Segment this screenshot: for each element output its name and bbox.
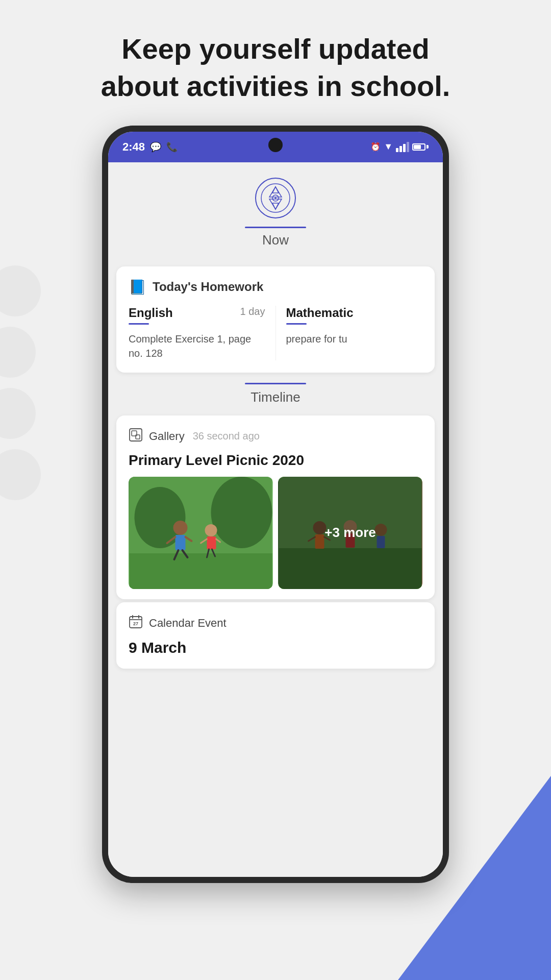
svg-point-20 bbox=[205, 524, 217, 536]
bg-circle-4 bbox=[0, 449, 41, 500]
svg-point-12 bbox=[211, 477, 272, 548]
now-tab-underline bbox=[245, 227, 306, 228]
more-overlay[interactable]: +3 more bbox=[278, 477, 422, 589]
homework-card[interactable]: 📘 Today's Homework English 1 day Complet… bbox=[116, 266, 435, 373]
subject-desc-math: prepare for tu bbox=[286, 332, 423, 346]
bg-circle-1 bbox=[0, 265, 41, 316]
message-icon: 💬 bbox=[150, 141, 161, 153]
wifi-icon: ▼ bbox=[384, 141, 393, 152]
status-left: 2:48 💬 📞 bbox=[122, 140, 178, 154]
status-right-icons: ⏰ ▼ bbox=[370, 141, 429, 152]
gallery-icon bbox=[129, 428, 143, 445]
gallery-title: Primary Level Picnic 2020 bbox=[129, 452, 422, 469]
subject-days-english: 1 day bbox=[240, 306, 265, 317]
gallery-image-2[interactable]: +3 more bbox=[278, 477, 422, 589]
subject-underline-math bbox=[286, 323, 307, 325]
alarm-icon: ⏰ bbox=[370, 142, 381, 152]
svg-point-6 bbox=[275, 197, 277, 199]
homework-card-header: 📘 Today's Homework bbox=[129, 279, 422, 296]
calendar-date: 9 March bbox=[129, 639, 422, 656]
camera-notch bbox=[268, 138, 283, 152]
bg-circle-2 bbox=[0, 327, 36, 378]
homework-icon: 📘 bbox=[129, 279, 146, 296]
gallery-time-label: 36 second ago bbox=[193, 430, 260, 442]
phone-frame: 2:48 💬 📞 ⏰ ▼ bbox=[102, 126, 449, 883]
phone-icon: 📞 bbox=[166, 141, 178, 153]
subject-math[interactable]: Mathematic prepare for tu bbox=[276, 306, 423, 360]
svg-rect-21 bbox=[207, 536, 216, 549]
bg-circle-3 bbox=[0, 388, 36, 439]
gallery-image-1[interactable] bbox=[129, 477, 273, 589]
timeline-tab-label[interactable]: Timeline bbox=[108, 389, 443, 412]
timeline-tab-underline bbox=[245, 383, 306, 384]
timeline-section: Timeline bbox=[108, 383, 443, 412]
status-bar: 2:48 💬 📞 ⏰ ▼ bbox=[108, 132, 443, 162]
logo-section: Now bbox=[108, 162, 443, 261]
more-count-label: +3 more bbox=[324, 525, 375, 541]
homework-title: Today's Homework bbox=[153, 280, 263, 294]
gallery-card[interactable]: Gallery 36 second ago Primary Level Picn… bbox=[116, 415, 435, 599]
homework-subjects: English 1 day Complete Exercise 1, page … bbox=[129, 306, 422, 360]
school-emblem-svg bbox=[260, 183, 291, 213]
subject-english[interactable]: English 1 day Complete Exercise 1, page … bbox=[129, 306, 276, 360]
page-header: Keep yourself updated about activities i… bbox=[0, 0, 551, 126]
school-logo bbox=[255, 178, 296, 218]
calendar-meta: 27 Calendar Event bbox=[129, 615, 422, 632]
calendar-type-label: Calendar Event bbox=[149, 617, 227, 630]
subject-desc-english: Complete Exercise 1, page no. 128 bbox=[129, 332, 265, 360]
subject-header-row-english: English 1 day bbox=[129, 306, 265, 323]
svg-marker-4 bbox=[269, 199, 282, 209]
calendar-icon: 27 bbox=[129, 615, 143, 632]
battery-icon bbox=[412, 143, 429, 151]
signal-icon bbox=[396, 142, 409, 152]
svg-marker-2 bbox=[269, 187, 282, 197]
gallery-type-label: Gallery bbox=[149, 430, 185, 443]
subject-underline-english bbox=[129, 323, 149, 325]
gallery-grid: +3 more bbox=[129, 477, 422, 589]
calendar-card[interactable]: 27 Calendar Event 9 March bbox=[116, 602, 435, 669]
svg-rect-13 bbox=[130, 553, 272, 589]
svg-rect-15 bbox=[176, 535, 186, 550]
svg-text:27: 27 bbox=[133, 621, 138, 626]
phone-screen: 2:48 💬 📞 ⏰ ▼ bbox=[108, 132, 443, 877]
gallery-meta: Gallery 36 second ago bbox=[129, 428, 422, 445]
app-content: Now 📘 Today's Homework English 1 day bbox=[108, 162, 443, 877]
subject-name-math: Mathematic bbox=[286, 306, 423, 320]
phone-mockup: 2:48 💬 📞 ⏰ ▼ bbox=[102, 126, 449, 883]
time-display: 2:48 bbox=[122, 140, 145, 154]
subject-name-english: English bbox=[129, 306, 173, 320]
svg-point-14 bbox=[173, 521, 188, 535]
now-tab-label[interactable]: Now bbox=[262, 232, 289, 256]
scene-svg-1 bbox=[129, 477, 273, 589]
